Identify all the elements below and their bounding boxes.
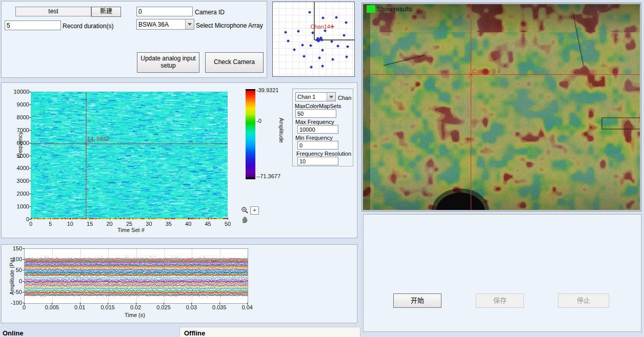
colorbar-mid-label: -0 [256,118,261,124]
offline-status-label: Offline [184,329,205,337]
axis-tick-mark [136,303,136,305]
show-results-label: Show results [377,6,412,13]
axis-tick-label: 5000 [6,153,29,159]
axis-tick-label: 0.005 [43,304,61,310]
acquisition-settings-panel: test 新建 Record duration(s) Camera ID BSW… [1,1,267,78]
axis-tick-mark [31,218,31,220]
spectrogram-panel: Frequency 14, 5932 Time Set # -39.9321 -… [1,82,357,238]
camera-view-frame: Show results Cursor 0 [361,3,641,212]
axis-tick-mark [228,218,228,220]
axis-tick-label: -50 [4,289,22,295]
axis-tick-label: 8000 [6,114,29,120]
axis-tick-mark [23,248,25,249]
cursor-tool-icon[interactable]: + [250,206,259,215]
axis-tick-mark [149,218,149,220]
update-analog-input-button[interactable]: Update analog input setup [137,52,199,73]
axis-tick-label: 10000 [6,89,29,95]
maxcolormapsets-label: MaxColorMapSets [295,103,341,109]
axis-tick-label: 0 [15,304,33,310]
axis-tick-mark [24,303,25,305]
max-frequency-label: Max Frequency [295,119,334,125]
axis-tick-mark [29,206,31,207]
axis-tick-label: 25 [122,221,136,227]
axis-tick-mark [191,303,192,305]
axis-tick-label: 2000 [6,191,29,197]
camera-id-input[interactable] [136,7,193,16]
axis-tick-label: 0.035 [210,304,229,310]
test-name-field[interactable]: test [15,7,91,16]
waveform-xlabel: Time (s) [125,312,145,318]
record-duration-input[interactable] [5,20,61,30]
frequency-resolution-label: Frequency Resolution [296,151,351,157]
axis-tick-label: 3000 [6,178,29,184]
stop-button[interactable]: 停止 [558,293,609,308]
spectrogram-xlabel: Time Set # [117,227,145,233]
axis-tick-label: 0.015 [98,304,117,310]
axis-tick-mark [164,303,164,305]
actions-panel: 开始 保存 停止 [363,214,641,332]
camera-view[interactable]: Show results Cursor 0 [363,4,640,210]
axis-tick-label: 150 [4,245,22,251]
start-button[interactable]: 开始 [393,293,441,308]
amplitude-colorbar [246,89,255,179]
min-frequency-input[interactable] [297,141,338,150]
chan-selected-value: Chan 1 [296,93,327,100]
mic-array-chan-label: Chan14 [310,24,330,30]
spectrogram-canvas[interactable] [31,92,228,219]
axis-tick-mark [23,281,25,282]
axis-tick-label: 0.01 [71,304,89,310]
axis-tick-mark [70,218,71,220]
mic-array-plot[interactable]: Chan14 [272,2,355,77]
axis-tick-mark [23,270,25,270]
new-button[interactable]: 新建 [91,7,121,17]
axis-tick-mark [188,218,189,220]
axis-tick-mark [29,117,31,118]
axis-tick-mark [29,92,31,92]
axis-tick-label: 7000 [6,127,29,133]
axis-tick-label: 6000 [6,140,29,146]
axis-tick-label: 0.03 [182,304,200,310]
chevron-down-icon[interactable] [185,19,194,29]
record-duration-label: Record duration(s) [63,23,113,30]
axis-tick-mark [80,303,80,305]
save-button[interactable]: 保存 [476,293,524,308]
axis-tick-label: 100 [4,256,22,262]
frequency-resolution-input[interactable] [297,157,338,165]
axis-tick-label: 50 [220,221,235,227]
zoom-tool-icon[interactable] [241,206,249,216]
axis-tick-mark [129,218,130,220]
maxcolormapsets-input[interactable] [295,109,336,118]
check-camera-button[interactable]: Check Camera [205,52,264,73]
axis-tick-mark [247,303,248,305]
axis-tick-label: 35 [162,221,176,227]
axis-tick-label: 0.025 [154,304,173,310]
chan-select[interactable]: Chan 1 [295,92,336,101]
spectrogram-cursor-label: 14, 5932 [87,136,109,142]
show-results-indicator[interactable] [367,5,375,13]
chevron-down-icon[interactable] [327,93,335,101]
axis-tick-label: 45 [201,221,215,227]
camera-id-label: Camera ID [195,9,225,16]
waveform-canvas[interactable] [24,248,248,304]
axis-tick-mark [29,168,31,168]
axis-tick-mark [90,218,90,220]
axis-tick-label: 10 [63,221,77,227]
axis-tick-mark [29,194,31,194]
mic-array-selected-value: BSWA 36A [137,20,185,29]
axis-tick-label: 0.02 [127,304,145,310]
offline-status-strip: Offline [179,327,360,337]
online-status-label: Online [3,329,23,337]
axis-tick-mark [110,218,110,220]
colorbar-max-label: -39.9321 [256,87,278,93]
axis-tick-label: 40 [181,221,195,227]
axis-tick-mark [29,104,31,105]
mic-array-select[interactable]: BSWA 36A [136,19,194,30]
axis-tick-label: 0.04 [238,304,256,310]
max-frequency-input[interactable] [297,125,338,134]
axis-tick-mark [219,303,220,305]
waveform-panel: Amplitude (Pa) Time (s) 150100500-50-100… [1,244,357,323]
pan-tool-icon[interactable] [241,216,249,225]
mic-array-scatter: Chan14 [273,2,354,76]
acoustic-map-canvas[interactable] [363,4,640,210]
display-settings-cluster: Chan 1 Chan MaxColorMapSets Max Frequenc… [292,89,353,166]
